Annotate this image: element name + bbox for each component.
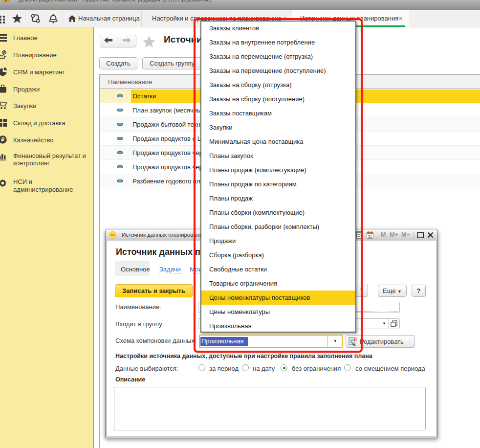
svg-text:₽: ₽ <box>1 136 4 142</box>
svg-text:1С: 1С <box>110 233 115 237</box>
svg-text:31: 31 <box>368 234 372 239</box>
svg-text:₽: ₽ <box>3 51 6 54</box>
